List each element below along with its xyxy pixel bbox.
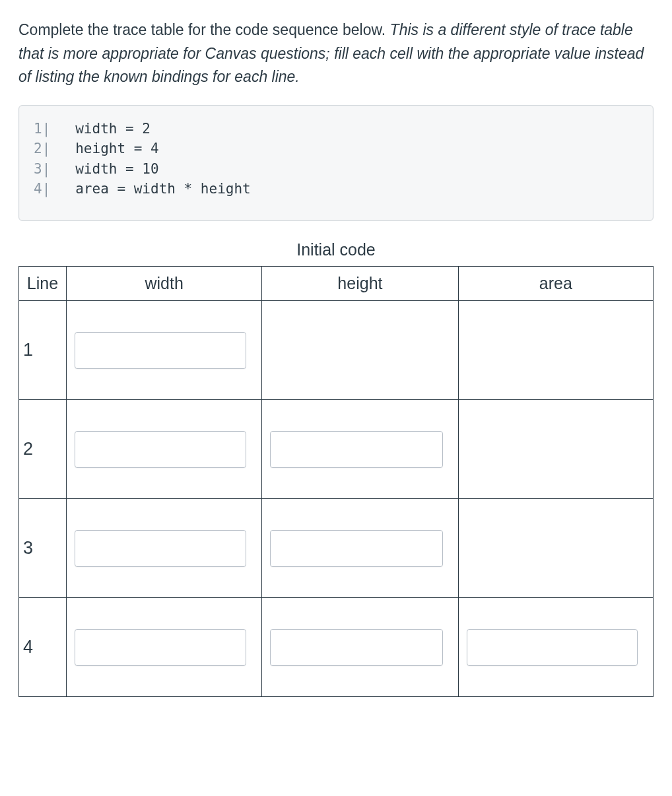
table-row: 3 <box>19 499 654 598</box>
width-cell <box>67 301 262 400</box>
code-line-num-3: 3| <box>34 161 50 177</box>
code-line-text-1: width = 2 <box>50 121 151 137</box>
code-line-num-2: 2| <box>34 141 50 156</box>
height-input[interactable] <box>270 530 442 567</box>
width-cell <box>67 400 262 499</box>
code-line-num-1: 1| <box>34 121 50 137</box>
width-input[interactable] <box>75 431 246 468</box>
area-input[interactable] <box>467 629 638 666</box>
trace-table: Line width height area 1234 <box>18 266 654 697</box>
height-cell <box>262 598 458 697</box>
code-line-text-4: area = width * height <box>50 181 250 197</box>
table-row: 1 <box>19 301 654 400</box>
question-prompt: Complete the trace table for the code se… <box>18 18 654 89</box>
table-row: 4 <box>19 598 654 697</box>
code-block: 1| width = 2 2| height = 4 3| width = 10… <box>18 105 654 221</box>
question-lead: Complete the trace table for the code se… <box>18 21 390 38</box>
header-area: area <box>458 267 653 301</box>
height-cell <box>262 400 458 499</box>
code-line-text-2: height = 4 <box>50 141 158 156</box>
width-input[interactable] <box>75 530 246 567</box>
width-cell <box>67 598 262 697</box>
table-caption: Initial code <box>18 237 654 263</box>
header-line: Line <box>19 267 67 301</box>
width-input[interactable] <box>75 332 246 369</box>
line-number-cell: 2 <box>19 400 67 499</box>
line-number-cell: 3 <box>19 499 67 598</box>
line-number-cell: 1 <box>19 301 67 400</box>
height-input[interactable] <box>270 629 442 666</box>
width-cell <box>67 499 262 598</box>
area-cell <box>458 499 653 598</box>
table-row: 2 <box>19 400 654 499</box>
header-width: width <box>67 267 262 301</box>
height-input[interactable] <box>270 431 442 468</box>
code-line-text-3: width = 10 <box>50 161 158 177</box>
area-cell <box>458 598 653 697</box>
header-height: height <box>262 267 458 301</box>
area-cell <box>458 400 653 499</box>
area-cell <box>458 301 653 400</box>
height-cell <box>262 301 458 400</box>
code-line-num-4: 4| <box>34 181 50 197</box>
height-cell <box>262 499 458 598</box>
line-number-cell: 4 <box>19 598 67 697</box>
width-input[interactable] <box>75 629 246 666</box>
